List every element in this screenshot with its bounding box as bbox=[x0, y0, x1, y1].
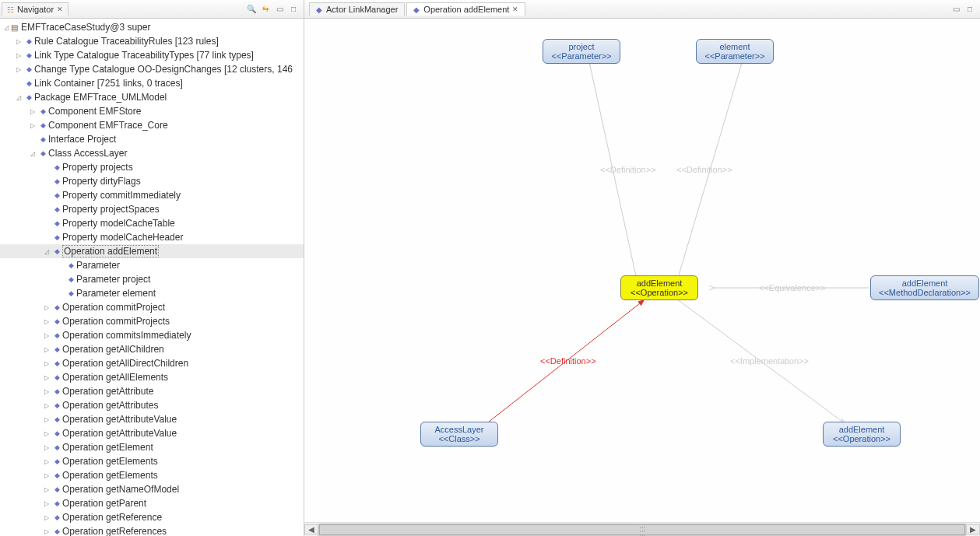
diamond-icon: ◆ bbox=[51, 233, 62, 241]
tree-item-label: Operation getReference bbox=[62, 512, 162, 523]
twisty-icon[interactable]: ▷ bbox=[42, 318, 51, 325]
twisty-icon[interactable]: ▷ bbox=[28, 122, 37, 129]
twisty-icon[interactable]: ▷ bbox=[42, 374, 51, 381]
tree-item[interactable]: ▷◆Operation getElement bbox=[0, 440, 304, 454]
tree-item[interactable]: ▷◆Operation getAttribute bbox=[0, 384, 304, 398]
tree-item[interactable]: ◆Property projectSpaces bbox=[0, 202, 304, 216]
twisty-icon[interactable]: ◿ bbox=[28, 150, 37, 157]
twisty-icon[interactable]: ▷ bbox=[42, 444, 51, 451]
twisty-icon[interactable]: ▷ bbox=[42, 360, 51, 367]
twisty-icon[interactable]: ▷ bbox=[42, 528, 51, 535]
node-element-parameter[interactable]: element <<Parameter>> bbox=[696, 39, 774, 64]
edge-label-definition: <<Definition>> bbox=[600, 165, 656, 174]
tree-item[interactable]: ▷◆Operation commitProjects bbox=[0, 314, 304, 328]
tree-item-label: Parameter project bbox=[76, 274, 150, 285]
diamond-icon: ◆ bbox=[316, 5, 322, 14]
close-icon[interactable]: ✕ bbox=[57, 5, 63, 13]
tree-item[interactable]: ▷◆Component EMFTrace_Core bbox=[0, 118, 304, 132]
tab-operation-addelement[interactable]: ◆ Operation addElement ✕ bbox=[406, 2, 525, 16]
twisty-icon[interactable]: ▷ bbox=[42, 430, 51, 437]
diagram-canvas[interactable]: project <<Parameter>> element <<Paramete… bbox=[304, 19, 980, 522]
tree-item[interactable]: ▷◆Rule Catalogue TraceabilityRules [123 … bbox=[0, 34, 304, 48]
minimize-icon[interactable]: ▭ bbox=[950, 4, 961, 15]
tree-item[interactable]: ▷◆Operation getAllDirectChildren bbox=[0, 356, 304, 370]
node-accesslayer-class[interactable]: AccessLayer <<Class>> bbox=[420, 422, 498, 447]
tree-item[interactable]: ◆Link Container [7251 links, 0 traces] bbox=[0, 76, 304, 90]
scroll-track[interactable] bbox=[318, 524, 966, 536]
node-project-parameter[interactable]: project <<Parameter>> bbox=[543, 39, 620, 64]
scroll-thumb[interactable] bbox=[319, 524, 965, 535]
diamond-icon: ◆ bbox=[37, 121, 48, 129]
tree-item[interactable]: ◿◆Class AccessLayer bbox=[0, 146, 304, 160]
tree-item[interactable]: ▷◆Operation getElements bbox=[0, 454, 304, 468]
twisty-icon[interactable]: ▷ bbox=[42, 332, 51, 339]
tree-item[interactable]: ◆Parameter element bbox=[0, 286, 304, 300]
twisty-icon[interactable]: ▷ bbox=[14, 66, 23, 73]
tree-item[interactable]: ◆Parameter project bbox=[0, 272, 304, 286]
tree-item[interactable]: ▷◆Change Type Catalogue OO-DesignChanges… bbox=[0, 62, 304, 76]
node-addelement-methoddecl[interactable]: addElement <<MethodDeclaration>> bbox=[870, 275, 979, 300]
tree-item[interactable]: ▷◆Component EMFStore bbox=[0, 104, 304, 118]
horizontal-scrollbar[interactable]: ◀ ▶ bbox=[304, 522, 980, 536]
tree-item[interactable]: ◆Property modelCacheTable bbox=[0, 216, 304, 230]
tree-item[interactable]: ▷◆Operation getReference bbox=[0, 510, 304, 524]
tree-item[interactable]: ▷◆Operation getAttributes bbox=[0, 398, 304, 412]
tree-item[interactable]: ▷◆Operation commitsImmediately bbox=[0, 328, 304, 342]
diamond-icon: ◆ bbox=[51, 415, 62, 423]
twisty-icon[interactable]: ◿ bbox=[14, 94, 23, 101]
node-addelement-operation-center[interactable]: addElement <<Operation>> bbox=[620, 275, 698, 300]
twisty-icon[interactable]: ▷ bbox=[42, 304, 51, 311]
tree-item-label: Property projectSpaces bbox=[62, 204, 160, 215]
tree-item[interactable]: ◿◆Package EMFTrace_UMLModel bbox=[0, 90, 304, 104]
twisty-icon[interactable]: ▷ bbox=[42, 500, 51, 507]
twisty-icon[interactable]: ▷ bbox=[14, 38, 23, 45]
link-icon[interactable]: ⇆ bbox=[260, 4, 271, 15]
tree-item[interactable]: ◆Property projects bbox=[0, 160, 304, 174]
tree-item[interactable]: ▷◆Operation getAttributeValue bbox=[0, 412, 304, 426]
twisty-icon[interactable]: ◿ bbox=[2, 24, 11, 31]
diamond-icon: ◆ bbox=[37, 107, 48, 115]
twisty-icon[interactable]: ▷ bbox=[42, 402, 51, 409]
tree-item[interactable]: ▷◆Operation getReferences bbox=[0, 524, 304, 536]
twisty-icon[interactable]: ▷ bbox=[42, 514, 51, 521]
twisty-icon[interactable]: ▷ bbox=[42, 486, 51, 493]
minimize-icon[interactable]: ▭ bbox=[274, 4, 285, 15]
tab-link-manager[interactable]: ◆ Actor LinkManager bbox=[309, 2, 405, 16]
twisty-icon[interactable]: ▷ bbox=[42, 458, 51, 465]
twisty-icon[interactable]: ▷ bbox=[42, 472, 51, 479]
twisty-icon[interactable]: ▷ bbox=[14, 52, 23, 59]
tree-item[interactable]: ◆Property dirtyFlags bbox=[0, 174, 304, 188]
tree-item[interactable]: ◿◆Operation addElement bbox=[0, 244, 304, 258]
maximize-icon[interactable]: □ bbox=[288, 4, 299, 15]
tree-item-label: Operation getAttributeValue bbox=[62, 428, 177, 439]
twisty-icon[interactable]: ◿ bbox=[42, 248, 51, 255]
tree-item-label: Operation getElement bbox=[62, 442, 153, 453]
tree-item[interactable]: ▷◆Operation getAllChildren bbox=[0, 342, 304, 356]
twisty-icon[interactable]: ▷ bbox=[42, 388, 51, 395]
scroll-right-arrow[interactable]: ▶ bbox=[966, 524, 980, 534]
tree-item-label: Property dirtyFlags bbox=[62, 176, 141, 187]
tree-root[interactable]: ◿ ▤ EMFTraceCaseStudy@3 super bbox=[0, 20, 304, 34]
tree-item-label: Property modelCacheTable bbox=[62, 218, 175, 229]
node-addelement-operation-br[interactable]: addElement <<Operation>> bbox=[823, 422, 901, 447]
twisty-icon[interactable]: ▷ bbox=[42, 416, 51, 423]
search-icon[interactable]: 🔍 bbox=[246, 4, 257, 15]
twisty-icon[interactable]: ▷ bbox=[28, 108, 37, 115]
tree-item[interactable]: ▷◆Operation getElements bbox=[0, 468, 304, 482]
maximize-icon[interactable]: □ bbox=[964, 4, 975, 15]
tree-item[interactable]: ▷◆Operation getAttributeValue bbox=[0, 426, 304, 440]
tree-item[interactable]: ▷◆Operation getNameOfModel bbox=[0, 482, 304, 496]
tree-item[interactable]: ◆Property modelCacheHeader bbox=[0, 230, 304, 244]
tree-item[interactable]: ◆Interface Project bbox=[0, 132, 304, 146]
tree-item[interactable]: ◆Parameter bbox=[0, 258, 304, 272]
tree-item[interactable]: ◆Property commitImmediately bbox=[0, 188, 304, 202]
scroll-left-arrow[interactable]: ◀ bbox=[304, 524, 318, 534]
tree-item[interactable]: ▷◆Operation getParent bbox=[0, 496, 304, 510]
close-icon[interactable]: ✕ bbox=[512, 5, 518, 13]
tree-item[interactable]: ▷◆Operation commitProject bbox=[0, 300, 304, 314]
tree-item[interactable]: ▷◆Operation getAllElements bbox=[0, 370, 304, 384]
twisty-icon[interactable]: ▷ bbox=[42, 346, 51, 353]
tree-view[interactable]: ◿ ▤ EMFTraceCaseStudy@3 super ▷◆Rule Cat… bbox=[0, 19, 304, 536]
navigator-tab[interactable]: ☷ Navigator ✕ bbox=[2, 2, 68, 16]
tree-item[interactable]: ▷◆Link Type Catalogue TraceabilityTypes … bbox=[0, 48, 304, 62]
